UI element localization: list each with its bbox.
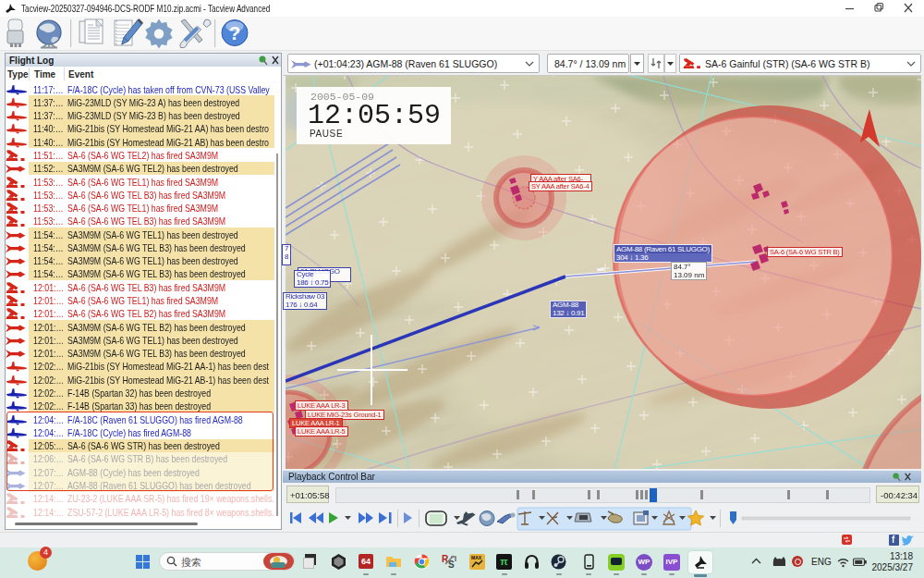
svg-text:?: ? [229, 22, 241, 43]
